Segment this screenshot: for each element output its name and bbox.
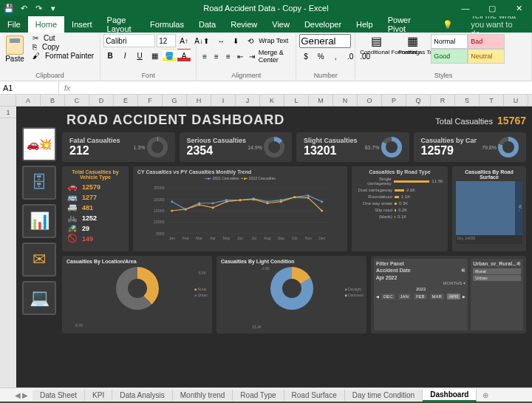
select-all-corner[interactable] xyxy=(0,95,16,106)
surface-card[interactable]: Casualties By Road Surface W… Dry, 14055 xyxy=(452,166,526,251)
number-format-select[interactable] xyxy=(299,34,351,48)
tab-home[interactable]: Home xyxy=(28,16,64,33)
kpi-car[interactable]: Casualties by Car1257979.8% xyxy=(414,132,527,162)
currency-icon[interactable]: $ xyxy=(299,50,313,63)
qat-dropdown-icon[interactable]: ▾ xyxy=(47,2,59,14)
next-icon[interactable]: ▶ xyxy=(463,294,466,299)
light-card[interactable]: Casualties By Light Condition 2.6K 13.2K… xyxy=(216,256,366,333)
location-card[interactable]: Casualties By Location/Area 6.0K 9.7K ■ … xyxy=(62,256,212,333)
month-chip[interactable]: FEB xyxy=(414,294,427,299)
paste-button[interactable]: Paste xyxy=(3,34,27,64)
wrap-text-button[interactable]: Wrap Text xyxy=(259,37,288,44)
conditional-formatting-icon[interactable]: ▤ xyxy=(369,34,383,48)
format-table-icon[interactable]: ▦ xyxy=(406,34,420,48)
last-sheet-icon[interactable]: ▶ xyxy=(22,391,28,399)
col-header[interactable]: K xyxy=(260,95,284,106)
font-name-select[interactable] xyxy=(103,34,155,47)
name-box[interactable]: A1 xyxy=(0,81,59,94)
style-good[interactable]: Good xyxy=(431,49,468,64)
col-header[interactable]: L xyxy=(284,95,309,106)
chart-icon[interactable]: 📊 xyxy=(22,204,56,238)
col-header[interactable]: P xyxy=(382,95,406,106)
col-header[interactable]: Q xyxy=(406,95,431,106)
align-right-icon[interactable]: ≡ xyxy=(223,50,233,63)
tab-powerpivot[interactable]: Power Pivot xyxy=(381,16,423,33)
kpi-fatal[interactable]: Fatal Casualties2121.3% xyxy=(62,132,175,162)
align-left-icon[interactable]: ≡ xyxy=(200,50,210,63)
italic-button[interactable]: I xyxy=(118,49,132,62)
redo-icon[interactable]: ↷ xyxy=(33,2,44,14)
sheet-tab[interactable]: Data Sheet xyxy=(33,390,85,401)
close-icon[interactable]: ✕ xyxy=(505,0,532,16)
vehicle-type-card[interactable]: Total Casualties by Vehicle Type 🚗12579 … xyxy=(62,166,129,251)
font-size-select[interactable] xyxy=(157,34,176,47)
database-icon[interactable]: 🗄 xyxy=(22,166,56,200)
tab-review[interactable]: Review xyxy=(223,16,265,33)
col-header[interactable]: B xyxy=(41,95,65,106)
sheet-tab[interactable]: Data Analysis xyxy=(112,390,173,401)
bold-button[interactable]: B xyxy=(103,49,117,62)
roadtype-card[interactable]: Casualties By Road Type Single carriagew… xyxy=(352,166,448,251)
copy-button[interactable]: ⎘Copy xyxy=(30,43,97,51)
align-top-icon[interactable]: ⬆ xyxy=(200,34,213,47)
sheet-tab[interactable]: Day time Condition xyxy=(345,390,423,401)
month-chip-active[interactable]: APR xyxy=(447,294,460,299)
col-header[interactable]: I xyxy=(211,95,236,106)
month-chip[interactable]: MAR xyxy=(430,294,444,299)
indent-left-icon[interactable]: ⇤ xyxy=(235,50,245,63)
col-header[interactable]: R xyxy=(431,95,455,106)
minimize-icon[interactable]: — xyxy=(452,0,479,16)
slicer-option[interactable]: Rural xyxy=(473,268,521,274)
comma-icon[interactable]: , xyxy=(329,50,342,63)
col-header[interactable]: S xyxy=(455,95,480,106)
col-header[interactable]: G xyxy=(163,95,187,106)
month-chip[interactable]: JAN xyxy=(398,294,411,299)
clear-filter-icon[interactable]: ⚟ xyxy=(461,268,466,274)
tab-view[interactable]: View xyxy=(265,16,297,33)
merge-center-button[interactable]: Merge & Center xyxy=(259,49,293,64)
percent-icon[interactable]: % xyxy=(314,50,327,63)
tab-developer[interactable]: Developer xyxy=(297,16,349,33)
col-header[interactable]: C xyxy=(65,95,89,106)
maximize-icon[interactable]: ▢ xyxy=(479,0,505,16)
col-header[interactable]: N xyxy=(333,95,358,106)
col-header[interactable]: E xyxy=(114,95,138,106)
col-header[interactable]: O xyxy=(358,95,382,106)
col-header[interactable]: H xyxy=(187,95,211,106)
indent-right-icon[interactable]: ⇥ xyxy=(247,50,257,63)
style-bad[interactable]: Bad xyxy=(468,34,505,49)
fx-icon[interactable]: fx xyxy=(59,84,75,92)
orientation-icon[interactable]: ⟲ xyxy=(244,34,257,47)
filter-panel[interactable]: Filter Panel Accident Date⚟ Apr 2022 MON… xyxy=(371,256,526,333)
sheet-tab[interactable]: Road Type xyxy=(233,390,284,401)
col-header[interactable]: M xyxy=(309,95,333,106)
col-header[interactable]: A xyxy=(16,95,41,106)
font-color-button[interactable]: A xyxy=(177,49,191,62)
sheet-tab[interactable]: Monthly trend xyxy=(173,390,233,401)
save-icon[interactable]: 💾 xyxy=(3,2,15,14)
sheet-tab[interactable]: Road Surface xyxy=(284,390,345,401)
first-sheet-icon[interactable]: ◀ xyxy=(15,391,21,399)
laptop-icon[interactable]: 💻 xyxy=(22,281,56,315)
col-header[interactable]: T xyxy=(480,95,504,106)
border-button[interactable]: ▦ xyxy=(148,49,161,62)
tab-formulas[interactable]: Formulas xyxy=(143,16,191,33)
mail-icon[interactable]: ✉ xyxy=(22,243,56,277)
trend-card[interactable]: CY Casualties vs PY Casualties Monthly T… xyxy=(133,166,347,251)
tab-data[interactable]: Data xyxy=(191,16,223,33)
tab-file[interactable]: File xyxy=(0,16,28,33)
urban-rural-slicer[interactable]: Urban_or_Rural...⚟ Rural Urban xyxy=(471,259,523,331)
tab-insert[interactable]: Insert xyxy=(64,16,100,33)
clear-filter-icon[interactable]: ⚟ xyxy=(516,261,521,267)
increase-font-icon[interactable]: A↑ xyxy=(177,34,191,47)
sheet-tab[interactable]: KPI xyxy=(85,390,112,401)
tab-pagelayout[interactable]: Page Layout xyxy=(100,16,143,33)
col-header[interactable]: F xyxy=(138,95,163,106)
cut-button[interactable]: ✂Cut xyxy=(30,34,97,42)
kpi-serious[interactable]: Serious Casualties235414.9% xyxy=(180,132,293,162)
style-neutral[interactable]: Neutral xyxy=(468,49,505,64)
row-header[interactable]: 1 xyxy=(0,106,16,118)
format-painter-button[interactable]: 🖌Format Painter xyxy=(30,52,97,60)
prev-icon[interactable]: ◀ xyxy=(376,294,379,299)
slicer-option[interactable]: Urban xyxy=(473,275,521,281)
